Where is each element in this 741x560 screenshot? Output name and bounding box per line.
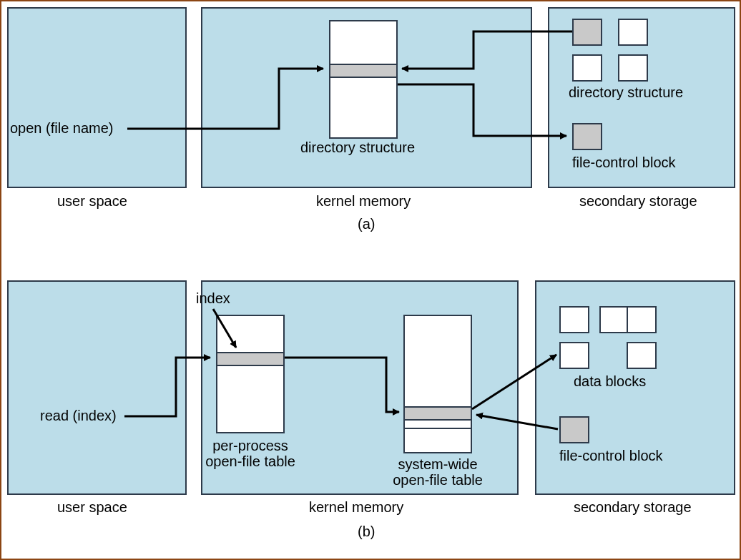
diagram-frame: open (file name) directory structure dir… — [0, 0, 741, 560]
b-arrows — [1, 1, 740, 559]
